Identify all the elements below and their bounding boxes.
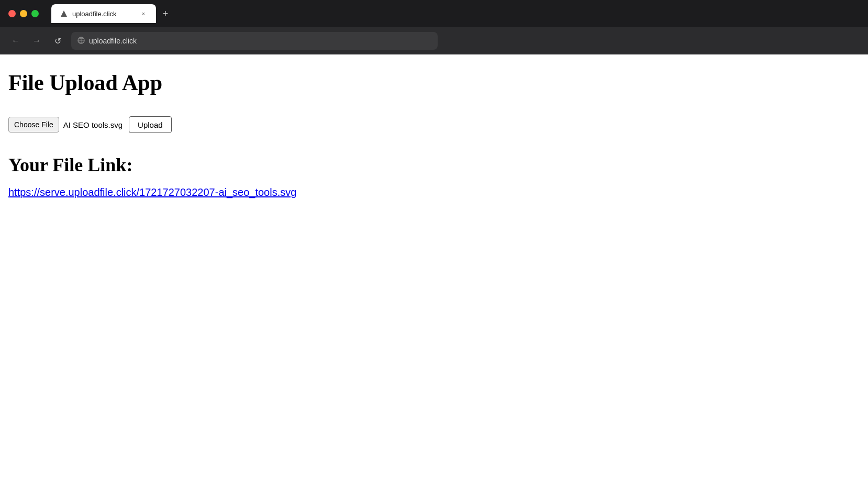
file-link-heading: Your File Link:	[8, 154, 860, 176]
reload-button[interactable]: ↺	[50, 34, 65, 48]
svg-marker-0	[61, 10, 67, 17]
new-tab-button[interactable]: +	[158, 6, 173, 21]
back-button[interactable]: ←	[8, 34, 23, 48]
file-input-wrapper: Choose File AI SEO tools.svg	[8, 117, 123, 132]
file-link-section: Your File Link: https://serve.uploadfile…	[8, 154, 860, 198]
tab-close-button[interactable]: ×	[139, 9, 148, 18]
traffic-lights	[8, 10, 39, 17]
page-content: File Upload App Choose File AI SEO tools…	[0, 54, 868, 486]
file-link-url[interactable]: https://serve.uploadfile.click/172172703…	[8, 186, 296, 198]
upload-form: Choose File AI SEO tools.svg Upload	[8, 116, 860, 133]
address-icon	[77, 37, 85, 46]
close-traffic-light[interactable]	[8, 10, 16, 17]
forward-button[interactable]: →	[29, 34, 44, 48]
minimize-traffic-light[interactable]	[20, 10, 27, 17]
page-title: File Upload App	[8, 70, 860, 95]
tab-title: uploadfile.click	[72, 10, 135, 18]
selected-file-name: AI SEO tools.svg	[63, 120, 123, 129]
nav-bar: ← → ↺ uploadfile.click	[0, 27, 868, 54]
maximize-traffic-light[interactable]	[31, 10, 39, 17]
address-text: uploadfile.click	[89, 37, 137, 45]
title-bar: uploadfile.click × +	[0, 0, 868, 27]
address-bar[interactable]: uploadfile.click	[71, 32, 438, 50]
tab-favicon	[60, 9, 68, 18]
choose-file-button[interactable]: Choose File	[8, 117, 59, 132]
browser-chrome: uploadfile.click × + ← → ↺ uploadfile.cl…	[0, 0, 868, 54]
upload-button[interactable]: Upload	[129, 116, 172, 133]
active-tab[interactable]: uploadfile.click ×	[51, 4, 156, 23]
